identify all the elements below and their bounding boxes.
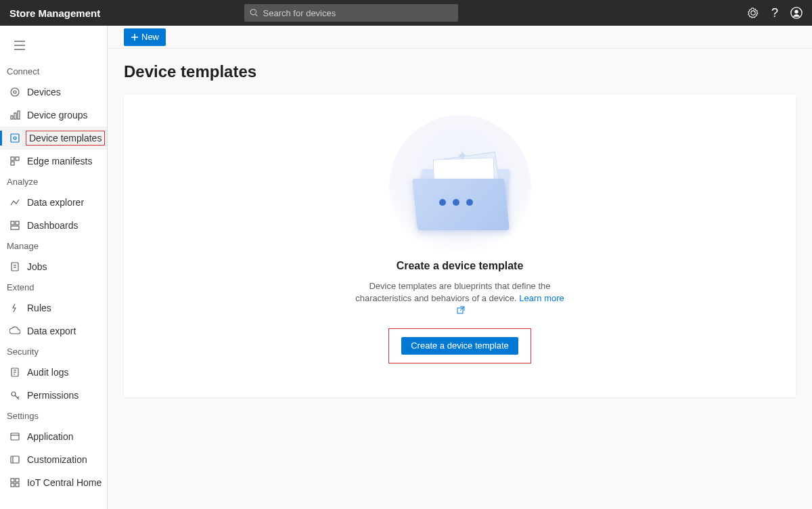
svg-rect-34 [11, 479, 14, 482]
svg-rect-15 [16, 157, 19, 160]
rules-icon [9, 303, 20, 313]
app-header: Store Management ? [0, 0, 812, 26]
nav-label: Application [27, 431, 74, 442]
nav-edge-manifests[interactable]: Edge manifests [0, 150, 107, 173]
svg-rect-20 [12, 263, 18, 271]
external-link-icon [457, 305, 465, 313]
nav-permissions[interactable]: Permissions [0, 384, 107, 407]
nav-label: Permissions [27, 390, 78, 401]
nav-iot-central-home[interactable]: IoT Central Home [0, 471, 107, 494]
jobs-icon [9, 261, 20, 272]
svg-point-0 [251, 9, 256, 15]
search-icon [250, 8, 258, 18]
nav-device-templates[interactable]: Device templates [0, 127, 107, 150]
sidebar-section-connect: Connect [0, 62, 107, 81]
svg-rect-16 [11, 162, 14, 165]
empty-title: Create a device template [397, 260, 524, 272]
nav-audit-logs[interactable]: Audit logs [0, 361, 107, 384]
app-title: Store Management [9, 7, 100, 19]
svg-rect-10 [14, 113, 16, 119]
nav-label: Data export [27, 326, 76, 336]
svg-rect-17 [11, 221, 14, 225]
data-export-icon [9, 326, 20, 336]
gear-icon[interactable] [747, 7, 759, 19]
device-templates-icon [9, 133, 20, 143]
svg-rect-30 [11, 433, 19, 440]
svg-line-1 [256, 14, 258, 16]
nav-label: Customization [27, 454, 87, 465]
create-button-highlight: Create a device template [388, 328, 531, 363]
account-icon[interactable] [790, 7, 803, 19]
empty-illustration: ✦ [389, 122, 531, 244]
search-input[interactable] [263, 8, 453, 18]
search-box[interactable] [244, 4, 458, 22]
empty-description: Device templates are blueprints that def… [352, 280, 568, 317]
device-groups-icon [9, 110, 20, 120]
svg-rect-36 [11, 483, 14, 487]
empty-state-card: ✦ Create a device template Device templa… [124, 95, 796, 397]
home-icon [9, 477, 20, 488]
nav-application[interactable]: Application [0, 425, 107, 448]
svg-line-41 [460, 307, 464, 311]
help-icon[interactable]: ? [771, 6, 778, 20]
dashboards-icon [9, 220, 20, 231]
main-content: New Device templates ✦ Create a device t… [108, 26, 812, 509]
create-device-template-button[interactable]: Create a device template [401, 337, 518, 355]
permissions-icon [9, 390, 20, 401]
svg-rect-19 [11, 226, 19, 229]
svg-point-13 [14, 137, 16, 139]
nav-label: IoT Central Home [27, 477, 102, 488]
plus-icon [131, 33, 139, 41]
svg-rect-37 [16, 483, 19, 487]
customization-icon [9, 454, 20, 465]
sidebar-section-settings: Settings [0, 407, 107, 425]
nav-label: Jobs [27, 261, 47, 272]
sidebar-section-extend: Extend [0, 278, 107, 296]
nav-data-export[interactable]: Data export [0, 319, 107, 342]
svg-rect-32 [11, 456, 19, 463]
sidebar: Connect Devices Device groups Device tem… [0, 26, 108, 509]
svg-rect-14 [11, 157, 14, 160]
audit-logs-icon [9, 367, 20, 378]
nav-label: Data explorer [27, 197, 84, 208]
hamburger-icon[interactable] [9, 35, 30, 56]
sidebar-section-security: Security [0, 342, 107, 361]
new-button[interactable]: New [124, 28, 166, 46]
nav-devices[interactable]: Devices [0, 81, 107, 104]
content-area: Device templates ✦ Create a device templ… [108, 49, 812, 509]
svg-rect-9 [11, 116, 13, 119]
sidebar-section-analyze: Analyze [0, 173, 107, 191]
svg-rect-12 [11, 134, 19, 142]
nav-customization[interactable]: Customization [0, 448, 107, 471]
svg-point-3 [794, 10, 798, 14]
svg-point-7 [11, 88, 19, 96]
svg-rect-18 [16, 221, 19, 225]
nav-dashboards[interactable]: Dashboards [0, 214, 107, 237]
svg-point-8 [14, 91, 16, 93]
nav-jobs[interactable]: Jobs [0, 255, 107, 278]
toolbar: New [108, 26, 812, 49]
header-actions: ? [747, 6, 803, 20]
page-title: Device templates [124, 62, 796, 81]
nav-label: Device templates [29, 133, 102, 143]
nav-label: Device groups [27, 110, 88, 120]
svg-rect-11 [18, 111, 20, 119]
new-button-label: New [141, 32, 159, 42]
nav-label: Audit logs [27, 367, 68, 378]
nav-label: Dashboards [27, 220, 78, 231]
nav-label-highlight: Device templates [26, 131, 105, 146]
svg-line-29 [18, 397, 19, 398]
nav-label: Rules [27, 303, 51, 313]
nav-label: Devices [27, 87, 61, 97]
nav-label: Edge manifests [27, 156, 93, 167]
devices-icon [9, 87, 20, 97]
edge-manifests-icon [9, 156, 20, 167]
nav-device-groups[interactable]: Device groups [0, 104, 107, 127]
nav-rules[interactable]: Rules [0, 296, 107, 319]
svg-rect-35 [16, 479, 19, 482]
nav-data-explorer[interactable]: Data explorer [0, 191, 107, 214]
data-explorer-icon [9, 197, 20, 208]
sidebar-section-manage: Manage [0, 237, 107, 255]
application-icon [9, 431, 20, 442]
